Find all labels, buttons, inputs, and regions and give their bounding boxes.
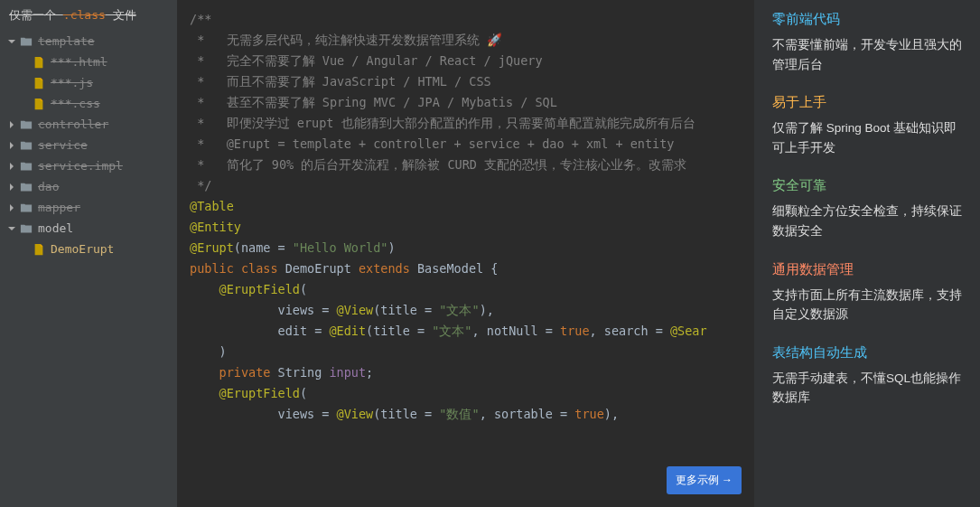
feature-item: 安全可靠细颗粒全方位安全检查，持续保证数据安全 xyxy=(769,177,966,240)
folder-dao[interactable]: dao xyxy=(0,176,177,197)
tree-label: service xyxy=(38,138,88,152)
code-line: views = @View(title = "数值", sortable = t… xyxy=(190,404,754,425)
code-line: edit = @Edit(title = "文本", notNull = tru… xyxy=(190,321,754,342)
feature-title: 表结构自动生成 xyxy=(772,344,966,361)
code-line: /** xyxy=(190,9,754,30)
folder-icon xyxy=(20,181,33,193)
sidebar-header: 仅需一个 .class 文件 xyxy=(0,4,177,31)
feature-desc: 细颗粒全方位安全检查，持续保证数据安全 xyxy=(772,202,966,240)
code-line: * 而且不需要了解 JavaScript / HTML / CSS xyxy=(190,71,754,92)
feature-title: 通用数据管理 xyxy=(772,261,966,278)
file-tree-sidebar: 仅需一个 .class 文件 template***.html***.js***… xyxy=(0,0,177,507)
feature-desc: 仅需了解 Spring Boot 基础知识即可上手开发 xyxy=(772,118,966,157)
feature-item: 表结构自动生成无需手动建表，不懂SQL也能操作数据库 xyxy=(769,344,966,408)
chevron-right-icon xyxy=(7,120,16,129)
features-panel: 零前端代码不需要懂前端，开发专业且强大的管理后台易于上手仅需了解 Spring … xyxy=(754,0,980,507)
file-DemoErupt[interactable]: DemoErupt xyxy=(0,239,177,259)
tree-label: ***.html xyxy=(51,55,107,69)
feature-item: 通用数据管理支持市面上所有主流数据库，支持自定义数据源 xyxy=(769,261,966,324)
file-icon xyxy=(33,56,45,69)
feature-title: 零前端代码 xyxy=(772,11,966,28)
chevron-right-icon xyxy=(7,141,16,150)
code-editor[interactable]: /** * 无需多层代码，纯注解快速开发数据管理系统 🚀 * 完全不需要了解 V… xyxy=(177,0,754,507)
feature-title: 易于上手 xyxy=(772,94,966,111)
feature-desc: 支持市面上所有主流数据库，支持自定义数据源 xyxy=(772,286,966,324)
chevron-right-icon xyxy=(7,203,16,212)
feature-title: 安全可靠 xyxy=(772,177,966,194)
code-line: @Entity xyxy=(190,217,754,238)
folder-template[interactable]: template xyxy=(0,31,177,52)
chevron-down-icon xyxy=(7,224,16,233)
code-line: @Table xyxy=(190,196,754,217)
file-icon xyxy=(33,243,45,256)
tree-label: model xyxy=(38,221,73,235)
folder-icon xyxy=(20,160,33,173)
code-line: views = @View(title = "文本"), xyxy=(190,300,754,321)
feature-desc: 不需要懂前端，开发专业且强大的管理后台 xyxy=(772,35,966,74)
code-line: @EruptField( xyxy=(190,383,754,404)
file-***.css[interactable]: ***.css xyxy=(0,93,177,114)
code-line: ) xyxy=(190,342,754,362)
chevron-right-icon xyxy=(7,183,16,192)
file-***.js[interactable]: ***.js xyxy=(0,72,177,93)
tree-label: template xyxy=(38,34,95,48)
code-line: * 甚至不需要了解 Spring MVC / JPA / Mybatis / S… xyxy=(190,92,754,113)
code-line: */ xyxy=(190,175,754,196)
tree-label: dao xyxy=(38,180,59,193)
folder-service.impl[interactable]: service.impl xyxy=(0,155,177,176)
tree-label: ***.js xyxy=(51,76,93,89)
code-line: @EruptField( xyxy=(190,279,754,300)
file-icon xyxy=(33,77,45,89)
tree-label: mapper xyxy=(38,201,80,214)
code-line: * 无需多层代码，纯注解快速开发数据管理系统 🚀 xyxy=(190,30,754,51)
code-line: * 简化了 90% 的后台开发流程，解除被 CURD 支配的恐惧，专注核心业务。… xyxy=(190,155,754,175)
chevron-down-icon xyxy=(7,37,16,46)
code-line: * @Erupt = template + controller + servi… xyxy=(190,134,754,155)
tree-label: service.impl xyxy=(38,159,123,173)
code-line: @Erupt(name = "Hello World") xyxy=(190,238,754,258)
chevron-right-icon xyxy=(7,162,16,171)
more-examples-button[interactable]: 更多示例 → xyxy=(667,466,742,494)
file-icon xyxy=(33,98,45,110)
folder-icon xyxy=(20,202,33,214)
folder-mapper[interactable]: mapper xyxy=(0,197,177,218)
code-line: private String input; xyxy=(190,362,754,383)
code-line: public class DemoErupt extends BaseModel… xyxy=(190,258,754,279)
folder-model[interactable]: model xyxy=(0,218,177,239)
tree-label: controller xyxy=(38,117,108,131)
folder-controller[interactable]: controller xyxy=(0,114,177,135)
tree-label: ***.css xyxy=(51,97,100,110)
file-***.html[interactable]: ***.html xyxy=(0,52,177,72)
folder-service[interactable]: service xyxy=(0,135,177,155)
folder-icon xyxy=(20,139,33,152)
feature-item: 零前端代码不需要懂前端，开发专业且强大的管理后台 xyxy=(769,11,966,74)
folder-icon xyxy=(20,118,33,131)
feature-desc: 无需手动建表，不懂SQL也能操作数据库 xyxy=(772,369,966,408)
tree-label: DemoErupt xyxy=(51,242,114,256)
folder-icon xyxy=(20,35,33,48)
feature-item: 易于上手仅需了解 Spring Boot 基础知识即可上手开发 xyxy=(769,94,966,157)
code-line: * 完全不需要了解 Vue / Angular / React / jQuery xyxy=(190,51,754,71)
folder-icon xyxy=(20,222,33,235)
code-line: * 即便没学过 erupt 也能猜到大部分配置的作用，只需要简单配置就能完成所有… xyxy=(190,113,754,134)
